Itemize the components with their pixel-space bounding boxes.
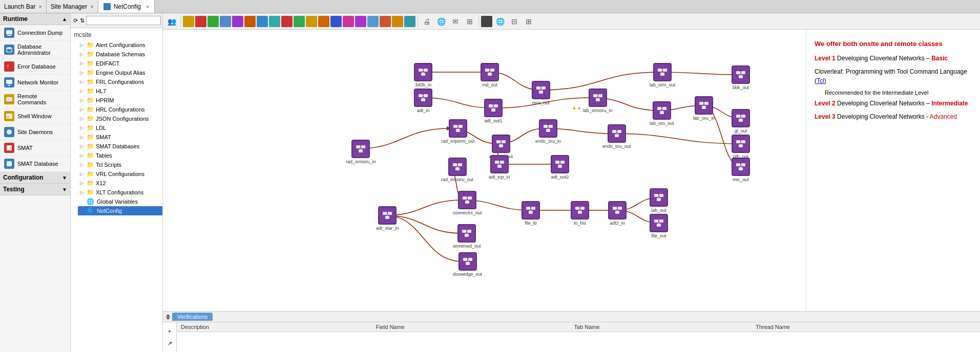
site-manager-tab[interactable]: Site Manager × [47,0,98,13]
toolbar-btn-11[interactable] [306,16,317,27]
node-lab_oru_out[interactable]: lab_oru_out [650,101,674,126]
tree-item-dbschemas[interactable]: ▷📁Database Schemas [78,50,162,59]
toolbar-btn-13[interactable] [330,16,342,27]
node-adt2_in[interactable]: adt2_in [608,201,627,226]
node-file_ib[interactable]: file_ib [522,201,540,226]
tree-item-vrl[interactable]: ▷📁VRL Configurations [78,169,162,179]
netconfig-tab[interactable]: NetConfig × [98,0,155,13]
tree-item-edifact[interactable]: ▷📁EDIFACT [78,59,162,68]
toolbar-dark-btn1[interactable] [481,16,492,27]
node-to_his[interactable]: to_his [571,201,589,226]
toolbar-globe-btn[interactable]: 🌐 [434,15,448,28]
netconfig-tab-close[interactable]: × [146,4,149,10]
node-endo_oru_out[interactable]: endo_oru_out [602,124,631,149]
node-340b_in[interactable]: 340b_in [414,63,432,87]
node-lab_ormoru_in[interactable]: lab_ormoru_in [583,89,613,113]
sm-sort-btn[interactable]: ⇅ [79,15,85,26]
node-lab_orm_out[interactable]: lab_orm_out [650,63,675,87]
tree-item-tcl[interactable]: ▷📁Tcl Scripts [78,160,162,169]
node-bbk_out[interactable]: bbk_out [732,65,750,90]
tree-item-globalvars[interactable]: 🌐Global Variables [78,197,162,206]
tree-item-json[interactable]: ▷📁JSON Configurations [78,114,162,123]
node-adt_tcp_in[interactable]: adt_tcp_in [489,155,510,180]
tree-item-ldl[interactable]: ▷📁LDL [78,123,162,133]
tree-item-xlt[interactable]: ▷📁XLT Configurations [78,188,162,197]
toolbar-btn-7[interactable] [257,16,268,27]
sidebar-item-shell-window[interactable]: $ Shell Window [0,108,70,124]
toolbar-btn-2[interactable] [195,16,206,27]
bottom-export-btn[interactable]: ↗ [164,338,175,349]
tree-item-hprim[interactable]: ▷📁HPRIM [78,96,162,105]
toolbar-btn-15[interactable] [355,16,366,27]
node-gl_out[interactable]: gl_out [732,109,750,134]
node-endo_oru_in[interactable]: endo_oru_in [535,119,561,144]
toolbar-people-btn[interactable]: 👥 [165,15,178,28]
testing-section[interactable]: Testing ▼ [0,184,70,195]
toolbar-btn-10[interactable] [294,16,305,27]
sidebar-item-database-admin[interactable]: Database Administrator [0,41,70,59]
toolbar-btn-14[interactable] [343,16,354,27]
toolbar-btn-8[interactable] [269,16,280,27]
toolbar-btn-19[interactable] [404,16,415,27]
toolbar-btn-17[interactable] [380,16,391,27]
node-lab_out[interactable]: lab_out [650,188,668,213]
launch-bar-tab[interactable]: Launch Bar × [0,0,47,13]
node-adt_out1[interactable]: adt_out1 [484,99,503,123]
tree-item-engine[interactable]: ▷📁Engine Output Alias [78,68,162,77]
node-adt_in[interactable]: adt_in [414,89,432,113]
tree-item-smatdb[interactable]: ▷📁SMAT Databases [78,142,162,151]
node-adt_star_in[interactable]: adt_star_in [376,206,399,231]
tree-item-netconfig[interactable]: 🔷NetConfig [78,206,162,215]
sidebar-item-smat[interactable]: SMAT [0,140,70,156]
sidebar-item-site-daemons[interactable]: Site Daemons [0,124,70,140]
node-mic_out[interactable]: mic_out [732,158,750,182]
runtime-section[interactable]: Runtime ▲ [0,13,70,25]
bottom-scroll-up[interactable] [165,314,171,320]
tree-item-x12[interactable]: ▷📁X12 [78,179,162,188]
tree-item-frl[interactable]: ▷📁FRL Configurations [78,77,162,86]
node-rad_ormoru_in[interactable]: rad_ormoru_in [346,140,376,164]
sidebar-item-error-database[interactable]: ! Error Database [0,59,70,75]
toolbar-btn-18[interactable] [392,16,403,27]
toolbar-mail-btn[interactable]: ✉ [449,15,462,28]
tree-item-smat[interactable]: ▷📁SMAT [78,133,162,142]
toolbar-globe2-btn[interactable]: 🌐 [493,15,507,28]
sidebar-item-connection-dump[interactable]: Connection Dump [0,25,70,41]
toolbar-btn-6[interactable] [244,16,256,27]
site-manager-close[interactable]: × [90,4,93,10]
node-rad_imporu_out[interactable]: rad_imporu_out [441,158,473,182]
node-mcc_out[interactable]: mcc_out [532,81,550,105]
toolbar-btn-3[interactable] [207,16,219,27]
toolbar-print-btn[interactable]: 🖨 [420,15,433,28]
bottom-add-btn[interactable]: + [164,325,175,337]
node-pth_out[interactable]: pth_out [732,135,750,159]
toolbar-btn-16[interactable] [367,16,379,27]
node-file_out[interactable]: file_out [650,214,668,238]
toolbar-btn-1[interactable] [183,16,194,27]
configuration-section[interactable]: Configuration ▼ [0,172,70,184]
node-connectrx_out[interactable]: connectrx_out [453,191,482,215]
sidebar-item-smat-database[interactable]: SMAT Database [0,156,70,172]
node-adt_out2[interactable]: adt_out2 [551,155,569,180]
sm-search-input[interactable] [86,16,161,25]
toolbar-btn-5[interactable] [232,16,243,27]
toolbar-btn-12[interactable] [318,16,329,27]
node-omnimed_out[interactable]: omnimed_out [453,224,481,249]
tree-item-hrl[interactable]: ▷📁HRL Configurations [78,105,162,114]
toolbar-btn-9[interactable] [281,16,293,27]
canvas[interactable]: 340b_in md_out mcc_out lab_orm_out bbk_o… [163,30,806,311]
tree-item-hl7[interactable]: ▷📁HL7 [78,86,162,96]
toolbar-grid-btn[interactable]: ⊞ [463,15,476,28]
tcl-link[interactable]: Tcl [817,77,824,84]
tree-item-alert[interactable]: ▷📁Alert Configurations [78,40,162,50]
sidebar-item-remote-commands[interactable]: >_ Remote Commands [0,91,70,108]
launch-bar-close[interactable]: × [38,4,41,10]
node-lab_oru_in[interactable]: lab_oru_in [693,96,715,121]
sm-refresh-btn[interactable]: ⟳ [73,15,78,26]
node-doseedge_out[interactable]: doseedge_out [453,252,482,277]
tree-item-tables[interactable]: ▷📁Tables [78,151,162,160]
toolbar-grid2-btn[interactable]: ⊞ [522,15,535,28]
verifications-tab[interactable]: Verifications [172,313,213,321]
node-md_out[interactable]: md_out [481,63,499,87]
toolbar-table-btn[interactable]: ⊟ [508,15,521,28]
